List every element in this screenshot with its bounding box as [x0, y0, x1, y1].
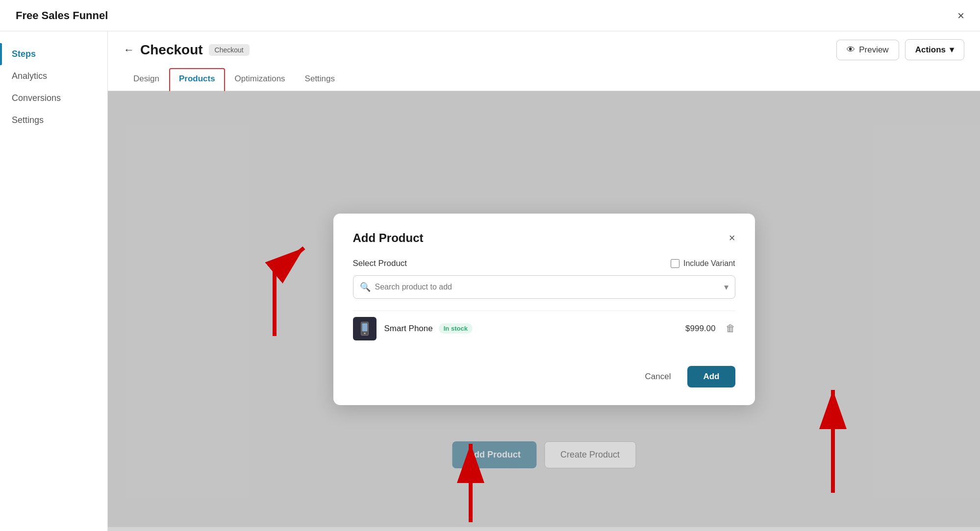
- product-status-badge: In stock: [439, 323, 473, 334]
- tab-design[interactable]: Design: [124, 68, 169, 91]
- chevron-down-icon: ▾: [724, 282, 729, 292]
- add-product-modal: Add Product × Select Product Include Var…: [333, 214, 755, 405]
- product-price: $999.00: [685, 324, 715, 334]
- search-icon: 🔍: [360, 282, 371, 292]
- modal-footer: Cancel Add: [353, 358, 735, 387]
- cancel-button[interactable]: Cancel: [635, 366, 681, 387]
- page-title: Checkout: [140, 42, 203, 58]
- sidebar-item-analytics[interactable]: Analytics: [0, 65, 107, 87]
- modal-close-button[interactable]: ×: [729, 232, 735, 244]
- include-variant-label[interactable]: Include Variant: [671, 259, 735, 268]
- select-product-label: Select Product: [353, 259, 407, 268]
- main-content: ← Checkout Checkout 👁 Preview Actions ▾: [108, 31, 980, 531]
- sidebar-item-settings[interactable]: Settings: [0, 109, 107, 131]
- select-product-row: Select Product Include Variant: [353, 259, 735, 268]
- top-bar: Free Sales Funnel ×: [0, 0, 980, 31]
- preview-button[interactable]: 👁 Preview: [836, 40, 899, 60]
- page-badge: Checkout: [209, 44, 250, 56]
- tab-products[interactable]: Products: [169, 68, 225, 91]
- chevron-down-icon: ▾: [950, 45, 954, 55]
- tab-optimizations[interactable]: Optimizations: [225, 68, 295, 91]
- eye-icon: 👁: [847, 45, 855, 55]
- trash-icon: 🗑: [726, 323, 735, 334]
- modal-title: Add Product: [353, 231, 424, 245]
- app-close-button[interactable]: ×: [957, 10, 964, 22]
- content-header: ← Checkout Checkout 👁 Preview Actions ▾: [108, 31, 980, 91]
- back-arrow-button[interactable]: ←: [124, 44, 134, 56]
- layout: Steps Analytics Conversions Settings ← C…: [0, 31, 980, 531]
- app-title: Free Sales Funnel: [16, 9, 108, 22]
- content-header-top: ← Checkout Checkout 👁 Preview Actions ▾: [124, 39, 964, 60]
- main-body: Add Product Create Product Add Product ×…: [108, 91, 980, 527]
- product-row: Smart Phone In stock $999.00 🗑: [353, 311, 735, 346]
- add-button[interactable]: Add: [687, 366, 735, 387]
- tab-settings[interactable]: Settings: [295, 68, 345, 91]
- modal-header: Add Product ×: [353, 231, 735, 245]
- delete-product-button[interactable]: 🗑: [726, 323, 735, 334]
- actions-button[interactable]: Actions ▾: [905, 39, 964, 60]
- product-name: Smart Phone: [384, 324, 433, 334]
- search-product-input[interactable]: [353, 275, 735, 299]
- sidebar-item-steps[interactable]: Steps: [0, 43, 107, 65]
- include-variant-checkbox[interactable]: [671, 259, 679, 268]
- modal-overlay: Add Product × Select Product Include Var…: [108, 91, 980, 527]
- svg-point-2: [364, 332, 365, 334]
- sidebar-item-conversions[interactable]: Conversions: [0, 87, 107, 109]
- breadcrumb: ← Checkout Checkout: [124, 42, 250, 58]
- sidebar: Steps Analytics Conversions Settings: [0, 31, 108, 531]
- svg-rect-1: [362, 323, 367, 331]
- search-container: 🔍 ▾: [353, 275, 735, 299]
- product-thumbnail: [353, 317, 377, 340]
- header-actions: 👁 Preview Actions ▾: [836, 39, 964, 60]
- tabs: Design Products Optimizations Settings: [124, 68, 964, 91]
